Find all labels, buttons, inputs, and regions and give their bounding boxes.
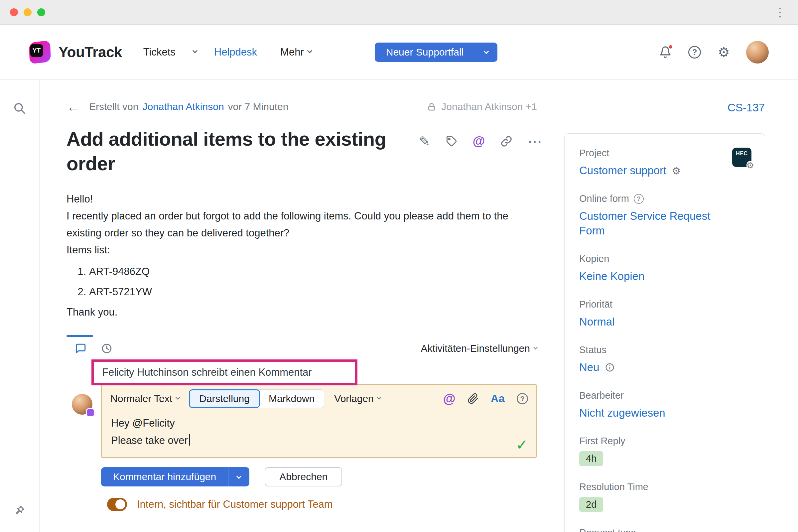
prioritaet-value[interactable]: Normal	[579, 316, 614, 328]
field-bearbeiter: Bearbeiter Nicht zugewiesen	[579, 390, 750, 420]
activity-settings-button[interactable]: Aktivitäten-Einstellungen	[421, 343, 537, 354]
editor-help-icon[interactable]: ?	[517, 393, 528, 404]
brand-name: YouTrack	[58, 44, 122, 60]
new-case-split-button: Neuer Supportfall	[375, 42, 497, 62]
question-icon: ?	[688, 46, 701, 58]
nav-helpdesk-label: Helpdesk	[214, 46, 257, 58]
lock-icon	[426, 102, 437, 112]
comment-line-1: Hey @Felicity	[111, 415, 527, 432]
browser-menu-icon[interactable]: ⋮	[772, 6, 788, 18]
project-avatar-gear-icon[interactable]: ⚙	[746, 161, 754, 170]
comment-icon	[75, 343, 87, 354]
new-case-dropdown-button[interactable]	[475, 42, 497, 62]
more-actions-icon[interactable]: ⋯	[528, 133, 543, 150]
internal-toggle-label: Intern, sichtbar für Customer support Te…	[137, 498, 333, 510]
internal-toggle[interactable]	[107, 498, 127, 511]
tab-markdown[interactable]: Markdown	[259, 390, 324, 407]
comment-input[interactable]: Hey @Felicity Please take over	[102, 409, 536, 455]
cancel-button[interactable]: Abbrechen	[265, 467, 342, 487]
author-link[interactable]: Jonathan Atkinson	[142, 101, 224, 112]
notifications-button[interactable]	[658, 45, 672, 59]
templates-chevron-icon	[377, 395, 381, 400]
project-value[interactable]: Customer support	[579, 163, 666, 178]
add-comment-chevron-icon	[236, 474, 242, 479]
nav-helpdesk[interactable]: Helpdesk	[214, 46, 257, 58]
comment-line-2-text: Please take over	[111, 435, 188, 446]
created-prefix: Erstellt von	[89, 101, 138, 112]
status-label: Status	[579, 344, 750, 356]
mention-tool-icon[interactable]: @	[443, 392, 456, 406]
app-header: YT YouTrack Tickets Helpdesk Mehr Neuer …	[0, 25, 798, 80]
ticket-id[interactable]: CS-137	[727, 101, 765, 114]
nav-divider	[183, 46, 183, 58]
notification-dot	[668, 44, 673, 50]
online-form-help-icon[interactable]: ?	[634, 194, 644, 204]
items-list: ART-9486ZQ ART-5721YW	[66, 263, 537, 300]
resolution-label: Resolution Time	[579, 481, 750, 492]
tab-history[interactable]	[101, 343, 112, 354]
ticket-fields-panel: HEC ⚙ Project Customer support ⚙ Online …	[564, 133, 765, 532]
editor-actions: Kommentar hinzufügen Abbrechen	[101, 467, 537, 487]
mention-icon[interactable]: @	[473, 134, 485, 148]
bearbeiter-label: Bearbeiter	[579, 390, 750, 401]
prioritaet-label: Priorität	[579, 299, 750, 310]
avatar-app-badge	[86, 408, 95, 417]
project-settings-icon[interactable]: ⚙	[672, 165, 681, 176]
close-button[interactable]	[10, 8, 18, 16]
comment-editor-row: Normaler Text Darstellung Markdown Vorla…	[66, 384, 537, 458]
new-case-button[interactable]: Neuer Supportfall	[375, 42, 475, 62]
list-item: ART-5721YW	[89, 283, 537, 300]
online-form-value[interactable]: Customer Service Request Form	[579, 209, 722, 238]
pin-icon[interactable]	[14, 505, 25, 516]
main-nav: Tickets Helpdesk Mehr	[143, 46, 311, 58]
search-icon[interactable]	[13, 102, 26, 115]
text-style-icon[interactable]: Aa	[491, 392, 505, 405]
comment-line-2: Please take over	[111, 432, 527, 449]
field-project: Project Customer support ⚙	[579, 148, 750, 178]
back-arrow-icon[interactable]: ←	[66, 100, 80, 113]
zoom-button[interactable]	[37, 8, 45, 16]
comment-editor[interactable]: Normaler Text Darstellung Markdown Vorla…	[101, 384, 537, 458]
bearbeiter-value[interactable]: Nicht zugewiesen	[579, 407, 665, 419]
main-column: ← Erstellt von Jonathan Atkinson vor 7 M…	[66, 80, 537, 511]
link-icon[interactable]	[500, 135, 512, 147]
templates-dropdown-label: Vorlagen	[334, 393, 374, 404]
minimize-button[interactable]	[24, 8, 32, 16]
visibility-group[interactable]: Jonathan Atkinson +1	[426, 101, 537, 112]
nav-mehr[interactable]: Mehr	[280, 46, 311, 58]
add-comment-dropdown-button[interactable]	[228, 467, 249, 487]
typing-indicator: Felicity Hutchinson schreibt einen Komme…	[92, 359, 358, 385]
tickets-chevron-down-icon[interactable]	[192, 48, 198, 54]
user-avatar[interactable]	[746, 41, 769, 63]
new-case-chevron-down-icon	[484, 49, 489, 54]
toggle-knob	[115, 499, 125, 509]
visibility-label: Jonathan Atkinson +1	[441, 101, 537, 112]
status-info-icon[interactable]	[605, 362, 615, 373]
greeting-text: Hello!	[66, 191, 537, 208]
field-resolution-time: Resolution Time 2d	[579, 481, 750, 512]
add-comment-button[interactable]: Kommentar hinzufügen	[101, 467, 228, 487]
body-paragraph: I recently placed an order but forgot to…	[66, 208, 537, 241]
status-value[interactable]: Neu	[579, 360, 600, 375]
youtrack-logo[interactable]: YT	[29, 41, 51, 63]
activity-settings-label: Aktivitäten-Einstellungen	[421, 343, 530, 354]
help-button[interactable]: ?	[688, 45, 702, 59]
request-type-label: Request type	[579, 527, 750, 532]
attachment-icon[interactable]	[468, 393, 479, 404]
items-label: Items list:	[66, 241, 537, 258]
nav-tickets[interactable]: Tickets	[143, 46, 175, 58]
gear-icon: ⚙	[718, 45, 730, 59]
first-reply-badge: 4h	[579, 451, 603, 466]
closing-text: Thank you.	[66, 304, 537, 321]
kopien-value[interactable]: Keine Kopien	[579, 270, 644, 282]
format-dropdown-label: Normaler Text	[110, 393, 172, 404]
created-time: vor 7 Minuten	[228, 101, 289, 112]
edit-icon[interactable]: ✎	[419, 134, 430, 149]
format-dropdown[interactable]: Normaler Text	[110, 393, 179, 404]
settings-button[interactable]: ⚙	[717, 45, 731, 59]
templates-dropdown[interactable]: Vorlagen	[334, 393, 380, 404]
tag-icon[interactable]	[445, 135, 457, 147]
tab-visual[interactable]: Darstellung	[189, 390, 260, 408]
mehr-chevron-down-icon	[307, 48, 312, 54]
tab-comments[interactable]	[75, 343, 87, 354]
